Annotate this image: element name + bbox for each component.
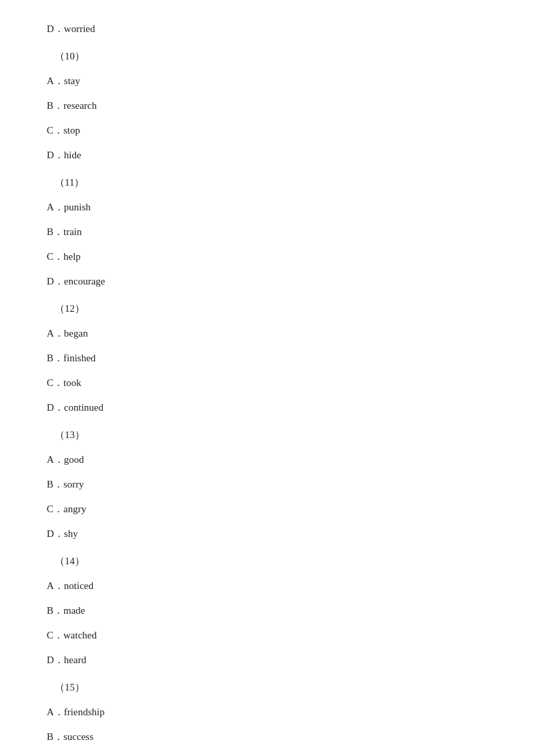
answer-option: A．good	[47, 451, 487, 469]
question-number: （10）	[55, 47, 487, 65]
answer-option: D．shy	[47, 525, 487, 543]
main-content: D．worried（10）A．stayB．researchC．stopD．hid…	[0, 0, 534, 756]
answer-option: C．angry	[47, 500, 487, 518]
answer-option: C．stop	[47, 122, 487, 140]
answer-option: A．friendship	[47, 703, 487, 721]
answer-option: B．success	[47, 728, 487, 746]
answer-option: D．worried	[47, 20, 487, 38]
answer-option: C．watched	[47, 626, 487, 644]
answer-option: B．research	[47, 97, 487, 115]
answer-option: B．made	[47, 602, 487, 620]
answer-option: B．finished	[47, 349, 487, 367]
answer-option: D．hide	[47, 146, 487, 164]
answer-option: A．noticed	[47, 577, 487, 595]
answer-option: A．punish	[47, 198, 487, 216]
question-number: （12）	[55, 300, 487, 318]
question-number: （14）	[55, 552, 487, 570]
answer-option: D．heard	[47, 651, 487, 669]
answer-option: A．stay	[47, 72, 487, 90]
answer-option: C．help	[47, 248, 487, 266]
answer-option: D．continued	[47, 399, 487, 417]
question-number: （15）	[55, 679, 487, 697]
answer-option: C．took	[47, 374, 487, 392]
answer-option: D．encourage	[47, 272, 487, 291]
question-number: （13）	[55, 426, 487, 444]
answer-option: B．train	[47, 223, 487, 241]
question-number: （11）	[55, 174, 487, 192]
answer-option: A．began	[47, 325, 487, 343]
answer-option: B．sorry	[47, 476, 487, 494]
